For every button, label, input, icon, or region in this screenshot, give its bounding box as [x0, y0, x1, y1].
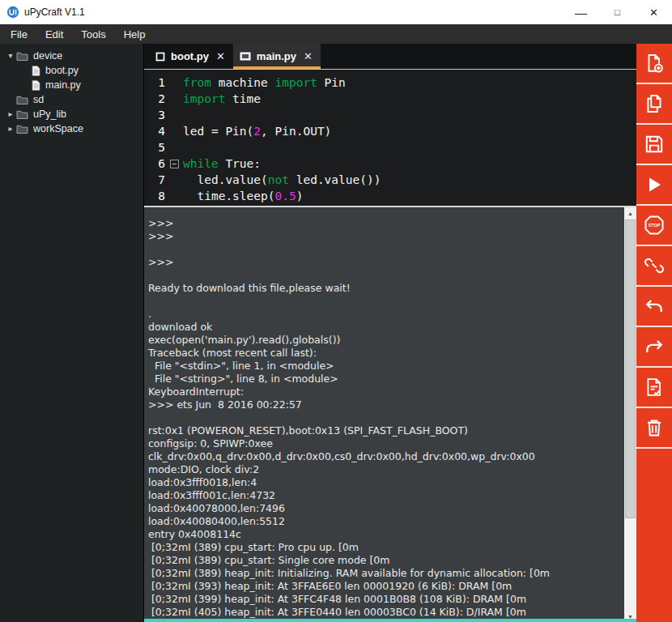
- menu-help[interactable]: Help: [115, 26, 155, 43]
- code-text: time.sleep(0.5): [183, 188, 303, 204]
- tab-close-icon[interactable]: ✕: [304, 50, 313, 62]
- menu-tools[interactable]: Tools: [72, 26, 114, 43]
- console-line: [0;32mI (405) heap_init: At 3FFE0440 len…: [148, 606, 621, 619]
- code-token: ): [296, 190, 304, 202]
- app-window: uPyCraft V1.1 — □ ✕ FileEditToolsHelp ▾d…: [0, 0, 672, 622]
- fold-spacer: [165, 188, 183, 204]
- folder-icon: [16, 95, 28, 104]
- tree-item-main-py[interactable]: main.py: [0, 78, 143, 92]
- new-file-button[interactable]: [636, 44, 672, 84]
- folder-icon: [16, 51, 28, 61]
- code-text: import time: [183, 91, 261, 107]
- undo-button[interactable]: [636, 287, 672, 327]
- fold-spacer: [165, 123, 183, 139]
- tree-item-device[interactable]: ▾device: [0, 49, 143, 63]
- scroll-up-icon[interactable]: ▲: [624, 207, 636, 219]
- fold-box: −: [170, 160, 179, 168]
- console-line: File "<stdin>", line 1, in <module>: [148, 360, 621, 373]
- console-line: [148, 243, 621, 256]
- toolbar: STOP: [636, 44, 672, 622]
- chevron-down-icon: ▾: [5, 49, 16, 63]
- menu-file[interactable]: File: [2, 26, 36, 43]
- maximize-button[interactable]: □: [599, 0, 636, 24]
- code-token: import: [275, 76, 317, 89]
- new-file-icon: [644, 53, 665, 74]
- line-number: 4: [144, 123, 165, 139]
- console-line: [0;32mI (389) cpu_start: Single core mod…: [148, 554, 621, 567]
- clear-button[interactable]: [636, 408, 672, 449]
- title-bar: uPyCraft V1.1 — □ ✕: [0, 0, 672, 24]
- fold-collapse-icon[interactable]: −: [165, 156, 183, 172]
- tree-item-boot-py[interactable]: boot.py: [0, 63, 143, 78]
- tab-close-icon[interactable]: ✕: [216, 50, 225, 62]
- tree-item-label: main.py: [45, 79, 81, 91]
- close-button[interactable]: ✕: [636, 0, 672, 24]
- console-panel: >>> >>> >>> Ready to download this file,…: [144, 207, 636, 622]
- line-number: 2: [144, 91, 165, 107]
- tab-boot-py[interactable]: boot.py✕: [149, 44, 233, 69]
- file-icon: [32, 66, 40, 76]
- connect-button[interactable]: [636, 246, 672, 287]
- tree-item-label: boot.py: [45, 65, 79, 76]
- tab-bar: boot.py✕main.py✕: [144, 44, 636, 70]
- code-line: 3: [144, 107, 636, 123]
- code-token: led.value(: [183, 173, 268, 186]
- console-line: exec(open('main.py').read(),globals()): [148, 334, 621, 347]
- open-file-icon: [644, 93, 665, 114]
- menu-edit[interactable]: Edit: [36, 26, 72, 43]
- scrollbar-thumb[interactable]: [625, 219, 636, 518]
- code-token: time: [225, 92, 261, 105]
- fold-spacer: [165, 75, 183, 91]
- download-run-button[interactable]: [636, 165, 672, 206]
- console-line: [148, 269, 621, 282]
- line-number: 7: [144, 172, 165, 188]
- save-file-button[interactable]: [636, 125, 672, 165]
- code-token: , Pin.OUT): [261, 125, 331, 138]
- console-output[interactable]: >>> >>> >>> Ready to download this file,…: [144, 207, 624, 622]
- console-line: [0;32mI (393) heap_init: At 3FFAE6E0 len…: [148, 580, 621, 593]
- window-controls: — □ ✕: [563, 0, 672, 24]
- console-line: load:0x40078000,len:7496: [148, 502, 621, 515]
- open-file-button[interactable]: [636, 84, 672, 125]
- code-token: 0.5: [275, 190, 296, 202]
- console-line: [0;32mI (389) heap_init: Initializing. R…: [148, 567, 621, 580]
- console-line: download ok: [148, 321, 621, 334]
- connect-icon: [644, 255, 665, 276]
- console-line: rst:0x1 (POWERON_RESET),boot:0x13 (SPI_F…: [148, 424, 621, 437]
- console-line: >>>: [148, 256, 621, 269]
- stop-icon: STOP: [643, 214, 666, 236]
- fold-spacer: [165, 91, 183, 107]
- download-run-icon: [644, 174, 665, 195]
- tab-label: main.py: [257, 50, 296, 62]
- tree-item-label: workSpace: [33, 123, 83, 134]
- code-token: 2: [253, 125, 261, 138]
- console-line: Ready to download this file,please wait!: [148, 282, 621, 295]
- minimize-button[interactable]: —: [563, 0, 599, 24]
- tree-item-workspace[interactable]: ▸workSpace: [0, 121, 143, 136]
- line-number: 8: [144, 188, 165, 204]
- console-scrollbar[interactable]: ▲ ▼: [624, 207, 636, 622]
- console-line: load:0x3fff001c,len:4732: [148, 489, 621, 502]
- redo-button[interactable]: [636, 327, 672, 368]
- stop-button[interactable]: STOP: [636, 206, 672, 246]
- syntax-check-button[interactable]: [636, 368, 672, 408]
- console-line: [148, 295, 621, 308]
- undo-icon: [644, 296, 665, 317]
- tree-item-sd[interactable]: sd: [0, 92, 143, 107]
- code-token: machine: [211, 76, 275, 89]
- line-number: 5: [144, 139, 165, 156]
- redo-icon: [644, 336, 665, 357]
- code-token: True:: [219, 157, 261, 170]
- main-content: ▾deviceboot.pymain.pysd▸uPy_lib▸workSpac…: [0, 44, 672, 622]
- code-token: time.sleep(: [183, 190, 275, 202]
- tab-main-py[interactable]: main.py✕: [233, 44, 321, 69]
- code-editor[interactable]: 1from machine import Pin2import time34le…: [144, 70, 636, 206]
- tree-item-label: device: [33, 50, 62, 62]
- code-line: 6−while True:: [144, 156, 636, 172]
- code-line: 1from machine import Pin: [144, 75, 636, 91]
- code-line: 4led = Pin(2, Pin.OUT): [144, 123, 636, 139]
- console-line: clk_drv:0x00,q_drv:0x00,d_drv:0x00,cs0_d…: [148, 450, 621, 463]
- code-token: led = Pin(: [183, 125, 253, 138]
- tree-item-upy_lib[interactable]: ▸uPy_lib: [0, 107, 143, 121]
- tree-item-label: sd: [33, 94, 44, 105]
